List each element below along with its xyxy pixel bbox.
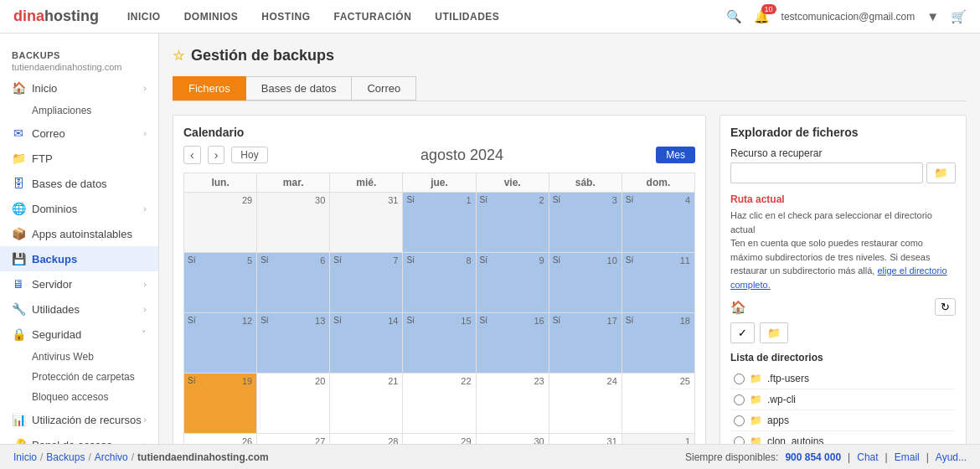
calendar-day[interactable]: 22 xyxy=(403,374,476,434)
ayuda-link[interactable]: Ayud... xyxy=(936,451,967,463)
tab-correo[interactable]: Correo xyxy=(351,76,416,100)
dir-radio[interactable] xyxy=(734,415,745,426)
calendar-day[interactable]: Sí5 xyxy=(184,253,257,313)
day-number: 31 xyxy=(388,195,398,205)
folder-action-btn[interactable]: 📁 xyxy=(760,322,788,343)
sidebar-item-databases[interactable]: 🗄 Bases de datos xyxy=(0,171,158,196)
calendar-day[interactable]: Sí6 xyxy=(257,253,330,313)
chart-icon: 📊 xyxy=(12,413,25,426)
day-number: 17 xyxy=(607,316,617,326)
calendar-day[interactable]: Sí16 xyxy=(476,313,549,374)
cart-icon[interactable]: 🛒 xyxy=(951,9,967,24)
calendar-day[interactable]: 30 xyxy=(257,193,330,253)
calendar-day[interactable]: Sí19 xyxy=(184,374,257,434)
sidebar-item-backups[interactable]: 💾 Backups xyxy=(0,246,158,271)
day-number: 18 xyxy=(680,316,690,326)
nav-dominios[interactable]: DOMINIOS xyxy=(173,0,250,34)
cal-view-btn[interactable]: Mes xyxy=(656,147,695,163)
sidebar-item-inicio[interactable]: 🏠 Inicio › xyxy=(0,75,158,100)
cal-next-btn[interactable]: › xyxy=(208,146,225,164)
calendar-day[interactable]: 24 xyxy=(549,374,622,434)
calendar-day[interactable]: 23 xyxy=(476,374,549,434)
phone-link[interactable]: 900 854 000 xyxy=(785,451,841,463)
sidebar-item-dominios[interactable]: 🌐 Dominios › xyxy=(0,196,158,221)
weekday-thu: jue. xyxy=(403,173,476,193)
calendar-day[interactable]: Sí7 xyxy=(330,253,403,313)
sidebar-item-label: Seguridad xyxy=(32,328,81,341)
breadcrumb-inicio[interactable]: Inicio xyxy=(13,451,37,463)
calendar-day[interactable]: Sí13 xyxy=(257,313,330,374)
calendar-day[interactable]: Sí17 xyxy=(549,313,622,374)
sidebar-item-proteccion[interactable]: Protección de carpetas xyxy=(0,367,158,387)
breadcrumb-backups[interactable]: Backups xyxy=(46,451,85,463)
recurso-input[interactable] xyxy=(730,162,923,183)
chat-link[interactable]: Chat xyxy=(857,451,878,463)
calendar-day[interactable]: 31 xyxy=(330,193,403,253)
logo[interactable]: dinahosting xyxy=(13,8,99,25)
nav-inicio[interactable]: INICIO xyxy=(116,0,173,34)
cal-today-btn[interactable]: Hoy xyxy=(231,147,267,163)
calendar-day[interactable]: 29 xyxy=(184,193,257,253)
sidebar-item-seguridad[interactable]: 🔒 Seguridad ˅ xyxy=(0,322,158,347)
ruta-desc: Haz clic en el check para seleccionar el… xyxy=(730,209,956,291)
calendar-day[interactable]: Sí1 xyxy=(403,193,476,253)
calendar-day[interactable]: Sí15 xyxy=(403,313,476,374)
sidebar-item-label: Utilidades xyxy=(32,303,80,316)
calendar-day[interactable]: Sí9 xyxy=(476,253,549,313)
sidebar-item-recursos[interactable]: 📊 Utilización de recursos › xyxy=(0,407,158,432)
dir-scroll[interactable]: 📁 .ftp-users 📁 .wp-cli 📁 apps xyxy=(730,368,956,452)
calendar-day[interactable]: Sí2 xyxy=(476,193,549,253)
dir-radio[interactable] xyxy=(734,374,745,384)
sidebar-item-correo[interactable]: ✉ Correo › xyxy=(0,121,158,146)
calendar-day[interactable]: Sí10 xyxy=(549,253,622,313)
tab-databases[interactable]: Bases de datos xyxy=(245,76,353,100)
nav-facturacion[interactable]: FACTURACIÓN xyxy=(322,0,424,34)
day-si-label: Sí xyxy=(406,255,414,265)
email-link[interactable]: Email xyxy=(895,451,920,463)
cal-prev-btn[interactable]: ‹ xyxy=(183,146,201,164)
day-si-label: Sí xyxy=(553,316,560,325)
folder-btn[interactable]: 📁 xyxy=(926,162,956,183)
day-number: 16 xyxy=(534,316,544,326)
user-icon[interactable]: ▼ xyxy=(926,9,939,23)
day-si-label: Sí xyxy=(188,376,195,385)
sidebar-item-apps[interactable]: 📦 Apps autoinstalables xyxy=(0,221,158,246)
search-icon[interactable]: 🔍 xyxy=(726,9,742,24)
day-number: 30 xyxy=(315,195,325,205)
sidebar-item-utilidades[interactable]: 🔧 Utilidades › xyxy=(0,296,158,322)
breadcrumb-archivo[interactable]: Archivo xyxy=(95,451,128,463)
nav-hosting[interactable]: HOSTING xyxy=(250,0,322,34)
sidebar-item-antivirus[interactable]: Antivirus Web xyxy=(0,347,158,367)
weekday-fri: vie. xyxy=(476,173,549,193)
explorer-actions: ✓ 📁 xyxy=(730,322,956,343)
chevron-right-icon: › xyxy=(143,128,147,138)
calendar-day[interactable]: 21 xyxy=(330,374,403,434)
day-number: 9 xyxy=(539,255,544,265)
sidebar-item-bloqueo[interactable]: Bloqueo accesos xyxy=(0,387,158,407)
calendar-day[interactable]: Sí12 xyxy=(184,313,257,374)
sidebar-item-label: Inicio xyxy=(32,82,57,95)
calendar-day[interactable]: 20 xyxy=(257,374,330,434)
sidebar-item-ampliaciones[interactable]: Ampliaciones xyxy=(0,100,158,121)
day-number: 10 xyxy=(607,255,617,265)
calendar-day[interactable]: Sí4 xyxy=(622,193,694,253)
calendar-day[interactable]: Sí18 xyxy=(622,313,694,374)
calendar-day[interactable]: Sí11 xyxy=(622,253,694,313)
home-dir-icon[interactable]: 🏠 xyxy=(730,300,746,315)
calendar-label: Calendario xyxy=(183,126,695,139)
sidebar-item-servidor[interactable]: 🖥 Servidor › xyxy=(0,271,158,296)
nav-utilidades[interactable]: UTILIDADES xyxy=(423,0,511,34)
select-btn[interactable]: ✓ xyxy=(730,322,755,343)
tab-ficheros[interactable]: Ficheros xyxy=(173,76,246,100)
sidebar-item-ftp[interactable]: 📁 FTP xyxy=(0,146,158,171)
calendar-day[interactable]: Sí8 xyxy=(403,253,476,313)
sidebar-item-label: Bases de datos xyxy=(32,178,107,190)
ruta-label: Ruta actual xyxy=(730,193,956,205)
calendar-day[interactable]: Sí14 xyxy=(330,313,403,374)
user-email[interactable]: testcomunicacion@gmail.com xyxy=(781,11,916,23)
calendar-day[interactable]: 25 xyxy=(622,374,694,434)
refresh-btn[interactable]: ↻ xyxy=(935,298,956,316)
dir-radio[interactable] xyxy=(734,394,745,405)
calendar-day[interactable]: Sí3 xyxy=(549,193,622,253)
explorer-title: Explorador de ficheros xyxy=(730,126,956,139)
